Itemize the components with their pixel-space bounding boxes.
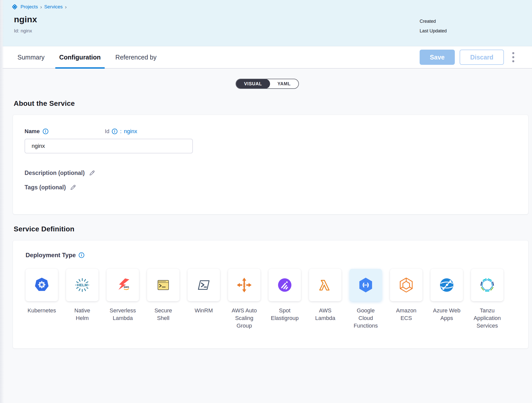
- serverless-lambda-icon: aws: [114, 277, 131, 293]
- aws-auto-scaling-icon: [236, 277, 253, 293]
- deployment-type-tile[interactable]: [26, 269, 58, 301]
- service-meta: Created Last Updated: [420, 19, 447, 34]
- tab-bar: Summary Configuration Referenced by Save…: [3, 46, 532, 69]
- chevron-right-icon: ›: [40, 4, 42, 9]
- deployment-type-option[interactable]: Secure Shell: [147, 269, 179, 330]
- deployment-type-label-text: Google Cloud Functions: [351, 307, 380, 330]
- deployment-type-option[interactable]: Spot Elastigroup: [269, 269, 301, 330]
- deployment-type-option[interactable]: Azure Web Apps: [431, 269, 463, 330]
- deployment-type-option[interactable]: AWS Auto Scaling Group: [228, 269, 260, 330]
- deployment-type-label-text: Spot Elastigroup: [270, 307, 299, 322]
- deployment-type-tile[interactable]: [228, 269, 260, 301]
- edit-tags-icon[interactable]: [70, 184, 76, 191]
- azure-web-apps-icon: [438, 277, 455, 293]
- deployment-type-option[interactable]: WinRM: [188, 269, 220, 330]
- google-cloud-functions-icon: [357, 277, 374, 293]
- deployment-type-tile[interactable]: [147, 269, 179, 301]
- deployment-type-label-text: Azure Web Apps: [432, 307, 461, 322]
- breadcrumb-projects-link[interactable]: Projects: [21, 4, 38, 10]
- tanzu-icon: [479, 277, 496, 293]
- id-label: Id: [105, 128, 109, 135]
- tab-configuration[interactable]: Configuration: [57, 46, 103, 68]
- service-definition-heading: Service Definition: [14, 225, 532, 233]
- page-title: nginx: [14, 14, 532, 24]
- deployment-type-tile[interactable]: [269, 269, 301, 301]
- deployment-type-label-text: WinRM: [195, 307, 213, 314]
- deployment-type-label-text: Kubernetes: [28, 307, 56, 314]
- deployment-type-tile[interactable]: HELM: [66, 269, 98, 301]
- deployment-type-tile[interactable]: [390, 269, 422, 301]
- deployment-type-option[interactable]: AWS Lambda: [309, 269, 341, 330]
- save-button[interactable]: Save: [420, 50, 455, 65]
- deployment-type-label-text: Secure Shell: [149, 307, 178, 322]
- deployment-type-option[interactable]: HELMNative Helm: [66, 269, 98, 330]
- breadcrumb: Projects › Services ›: [11, 3, 532, 10]
- deployment-type-label-text: Serverless Lambda: [108, 307, 137, 322]
- svg-text:HELM: HELM: [77, 283, 88, 287]
- info-icon[interactable]: [78, 252, 85, 258]
- main-panel: Projects › Services › nginx Id: nginx Cr…: [3, 0, 532, 349]
- deployment-type-label-text: Native Helm: [68, 307, 97, 322]
- kubernetes-icon: [33, 277, 50, 293]
- discard-button[interactable]: Discard: [460, 50, 504, 65]
- about-card: Name Id : nginx Description (optional) T…: [13, 115, 528, 214]
- aws-lambda-icon: [317, 277, 334, 293]
- created-label: Created: [420, 19, 447, 24]
- service-id-value: nginx: [124, 128, 137, 135]
- service-name-input[interactable]: [25, 139, 193, 153]
- tab-referenced-by[interactable]: Referenced by: [113, 46, 159, 68]
- deployment-type-option[interactable]: Tanzu Application Services: [471, 269, 503, 330]
- secure-shell-icon: [155, 277, 172, 293]
- toggle-visual[interactable]: VISUAL: [236, 79, 270, 89]
- tags-label: Tags (optional): [25, 184, 66, 191]
- deployment-type-option[interactable]: Amazon ECS: [390, 269, 422, 330]
- winrm-icon: [195, 277, 212, 293]
- deployment-type-tile[interactable]: aws: [107, 269, 139, 301]
- deployment-type-option[interactable]: awsServerless Lambda: [107, 269, 139, 330]
- service-id-subtitle: Id: nginx: [14, 28, 532, 34]
- deployment-type-tile[interactable]: [350, 269, 382, 301]
- projects-icon: [11, 3, 18, 10]
- deployment-type-label-text: Amazon ECS: [392, 307, 421, 322]
- about-section-heading: About the Service: [14, 99, 532, 108]
- deployment-type-label-text: Tanzu Application Services: [473, 307, 502, 330]
- id-separator: :: [120, 128, 121, 135]
- service-definition-card: Deployment Type KubernetesHELMNative Hel…: [13, 240, 528, 349]
- deployment-type-label-text: AWS Auto Scaling Group: [230, 307, 259, 330]
- deployment-type-tile[interactable]: [309, 269, 341, 301]
- deployment-type-option[interactable]: Kubernetes: [26, 269, 58, 330]
- more-options-button[interactable]: [509, 50, 518, 65]
- last-updated-label: Last Updated: [420, 28, 447, 34]
- page-header: Projects › Services › nginx Id: nginx Cr…: [3, 0, 532, 46]
- deployment-type-tile[interactable]: [431, 269, 463, 301]
- name-label: Name: [25, 128, 40, 135]
- deployment-type-grid: KubernetesHELMNative HelmawsServerless L…: [26, 269, 521, 330]
- chevron-right-icon: ›: [65, 4, 67, 9]
- tab-summary[interactable]: Summary: [15, 46, 47, 68]
- toggle-yaml[interactable]: YAML: [270, 79, 298, 88]
- visual-yaml-toggle: VISUAL YAML: [236, 79, 299, 89]
- deployment-type-tile[interactable]: [188, 269, 220, 301]
- info-icon[interactable]: [112, 128, 118, 134]
- deployment-type-label-text: AWS Lambda: [311, 307, 340, 322]
- info-icon[interactable]: [43, 128, 49, 134]
- deployment-type-label: Deployment Type: [26, 252, 76, 259]
- service-id-group: Id : nginx: [105, 128, 137, 135]
- amazon-ecs-icon: [398, 277, 415, 293]
- edit-description-icon[interactable]: [89, 170, 95, 176]
- breadcrumb-services-link[interactable]: Services: [44, 4, 63, 10]
- description-label: Description (optional): [25, 170, 85, 176]
- deployment-type-option[interactable]: Google Cloud Functions: [350, 269, 382, 330]
- spot-elastigroup-icon: [276, 277, 293, 293]
- helm-icon: HELM: [74, 277, 91, 293]
- svg-text:aws: aws: [124, 285, 129, 288]
- deployment-type-tile[interactable]: [471, 269, 503, 301]
